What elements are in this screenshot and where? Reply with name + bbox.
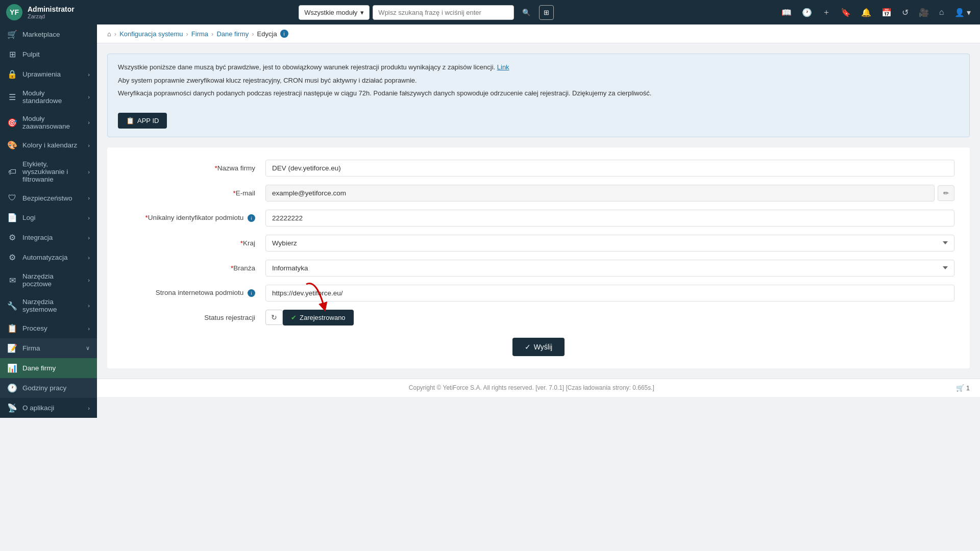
systemowe-icon: 🔧 [7, 301, 17, 311]
sidebar-wrapper: 🛒 Marketplace ⊞ Pulpit 🔒 Uprawnienia › ☰… [0, 24, 97, 551]
sidebar-item-automatyzacja[interactable]: ⚙ Automatyzacja › [0, 247, 97, 267]
home-breadcrumb-icon[interactable]: ⌂ [107, 30, 111, 38]
input-email[interactable] [265, 185, 935, 202]
calendar-icon-button[interactable]: 📅 [878, 6, 895, 19]
label-strona: Strona internetowa podmiotu i [122, 289, 265, 297]
search-button[interactable]: 🔍 [517, 5, 536, 20]
main-content: ⌂ › Konfiguracja systemu › Firma › Dane … [97, 24, 980, 551]
sidebar-item-narzedzia-pocztowe[interactable]: ✉ Narzędzia pocztowe › [0, 267, 97, 293]
user-role: Zarząd [28, 13, 75, 19]
breadcrumb-sep-3: › [252, 30, 254, 38]
info-line2: Aby system poprawnie zweryfikował klucz … [118, 76, 959, 86]
plus-icon-button[interactable]: ＋ [819, 5, 834, 20]
submit-button[interactable]: ✓ Wyślij [512, 338, 565, 356]
chevron-right-icon-13: › [88, 405, 90, 411]
form-section: *Nazwa firmy *E-mail ✏ [107, 147, 970, 368]
sidebar-item-uprawnienia[interactable]: 🔒 Uprawnienia › [0, 64, 97, 84]
dane-firmy-icon: 📊 [7, 363, 17, 373]
book-icon-button[interactable]: 📖 [778, 6, 795, 19]
app-id-button[interactable]: 📋 APP ID [118, 113, 167, 129]
sidebar-label-procesy: Procesy [22, 324, 83, 332]
sidebar-item-etykiety[interactable]: 🏷 Etykiety, wyszukiwanie i filtrowanie › [0, 155, 97, 188]
submit-row: ✓ Wyślij [122, 338, 954, 356]
sidebar-label-o-aplikacji: O aplikacji [22, 404, 83, 412]
integracja-icon: ⚙ [7, 233, 17, 242]
sidebar-label-logi: Logi [22, 214, 83, 221]
clock-icon-button[interactable]: 🕐 [799, 6, 815, 19]
sidebar-item-kolory[interactable]: 🎨 Kolory i kalendarz › [0, 135, 97, 155]
sidebar-label-narzedzia-pocztowe: Narzędzia pocztowe [22, 272, 83, 288]
history-icon-button[interactable]: ↺ [899, 6, 912, 19]
submit-icon: ✓ [525, 343, 531, 351]
identyfikator-info-icon[interactable]: i [248, 214, 255, 222]
label-kraj: *Kraj [122, 239, 265, 247]
sidebar-label-etykiety: Etykiety, wyszukiwanie i filtrowanie [22, 160, 83, 183]
input-identyfikator[interactable] [265, 210, 954, 227]
sidebar-label-narzedzia-systemowe: Narzędzia systemowe [22, 298, 83, 313]
sidebar-item-marketplace[interactable]: 🛒 Marketplace [0, 24, 97, 44]
req-star-2: * [233, 189, 235, 197]
uprawnienia-icon: 🔒 [7, 69, 17, 79]
search-bar: Wszystkie moduły ▾ 🔍 ⊞ [299, 5, 554, 20]
email-edit-button[interactable]: ✏ [938, 185, 954, 201]
breadcrumb-konfiguracja[interactable]: Konfiguracja systemu [119, 30, 183, 38]
sidebar-label-automatyzacja: Automatyzacja [22, 254, 83, 261]
sidebar-item-pulpit[interactable]: ⊞ Pulpit [0, 44, 97, 64]
sidebar-item-moduly-standardowe[interactable]: ☰ Moduły standardowe › [0, 84, 97, 110]
sidebar-item-narzedzia-systemowe[interactable]: 🔧 Narzędzia systemowe › [0, 293, 97, 318]
footer-version: 1 [966, 384, 970, 392]
footer-right: 🛒 1 [956, 384, 970, 392]
sidebar-label-moduly-standardowe: Moduły standardowe [22, 89, 83, 105]
sidebar-label-kolory: Kolory i kalendarz [22, 141, 83, 149]
content-area: Wszystkie poniższe dane muszą być prawdz… [97, 43, 980, 379]
breadcrumb-info-icon[interactable]: i [280, 30, 288, 38]
bookmark-icon-button[interactable]: 🔖 [838, 6, 854, 19]
module-dropdown-label: Wszystkie moduły [304, 9, 357, 16]
select-branza[interactable]: Informatyka [265, 260, 954, 277]
select-kraj[interactable]: Wybierz [265, 235, 954, 252]
req-star-1: * [214, 164, 217, 172]
chevron-right-icon-12: › [88, 325, 90, 332]
etykiety-icon: 🏷 [7, 167, 17, 177]
breadcrumb-sep-1: › [186, 30, 188, 38]
sidebar-label-godziny-pracy: Godziny pracy [22, 384, 90, 392]
o-aplikacji-icon: 📡 [7, 403, 17, 413]
pocztowe-icon: ✉ [7, 276, 17, 285]
footer: Copyright © YetiForce S.A. All rights re… [97, 379, 980, 397]
refresh-status-button[interactable]: ↻ [265, 310, 283, 325]
sidebar-item-godziny-pracy[interactable]: 🕐 Godziny pracy [0, 378, 97, 398]
search-input[interactable] [373, 5, 514, 20]
video-icon-button[interactable]: 🎥 [916, 6, 932, 19]
kolory-icon: 🎨 [7, 140, 17, 150]
topbar-user: Administrator Zarząd [28, 5, 75, 19]
breadcrumb-firma[interactable]: Firma [191, 30, 208, 38]
status-area: ↻ ✔ Zarejestrowano [265, 310, 354, 325]
moduly-std-icon: ☰ [7, 92, 17, 102]
input-nazwa-firmy[interactable] [265, 160, 954, 177]
info-box: Wszystkie poniższe dane muszą być prawdz… [107, 54, 970, 137]
input-strona[interactable] [265, 285, 954, 302]
module-dropdown[interactable]: Wszystkie moduły ▾ [299, 5, 370, 20]
status-label: Zarejestrowano [300, 314, 346, 321]
bell-icon-button[interactable]: 🔔 [858, 6, 874, 19]
sidebar-item-integracja[interactable]: ⚙ Integracja › [0, 228, 97, 247]
sidebar-item-dane-firmy[interactable]: 📊 Dane firmy [0, 358, 97, 378]
chevron-right-icon-5: › [88, 169, 90, 175]
chevron-right-icon-11: › [88, 303, 90, 309]
breadcrumb-dane-firmy[interactable]: Dane firmy [216, 30, 249, 38]
req-star-5: * [231, 264, 233, 272]
home-icon-button[interactable]: ⌂ [936, 6, 947, 19]
sidebar-item-bezpieczenstwo[interactable]: 🛡 Bezpieczeństwo › [0, 188, 97, 208]
strona-info-icon[interactable]: i [248, 289, 255, 297]
user-menu-button[interactable]: 👤 ▾ [951, 6, 974, 19]
sidebar-item-logi[interactable]: 📄 Logi › [0, 208, 97, 228]
automatyzacja-icon: ⚙ [7, 253, 17, 262]
sidebar-item-moduly-zaawansowane[interactable]: 🎯 Moduły zaawansowane › [0, 110, 97, 135]
chevron-down-icon: ▾ [360, 9, 364, 16]
info-link[interactable]: Link [497, 63, 509, 71]
sidebar-item-procesy[interactable]: 📋 Procesy › [0, 318, 97, 338]
sidebar-item-firma[interactable]: 📝 Firma ∨ [0, 338, 97, 358]
check-circle-icon: ✔ [291, 314, 297, 321]
sidebar-item-o-aplikacji[interactable]: 📡 O aplikacji › [0, 398, 97, 418]
grid-view-button[interactable]: ⊞ [539, 5, 554, 20]
